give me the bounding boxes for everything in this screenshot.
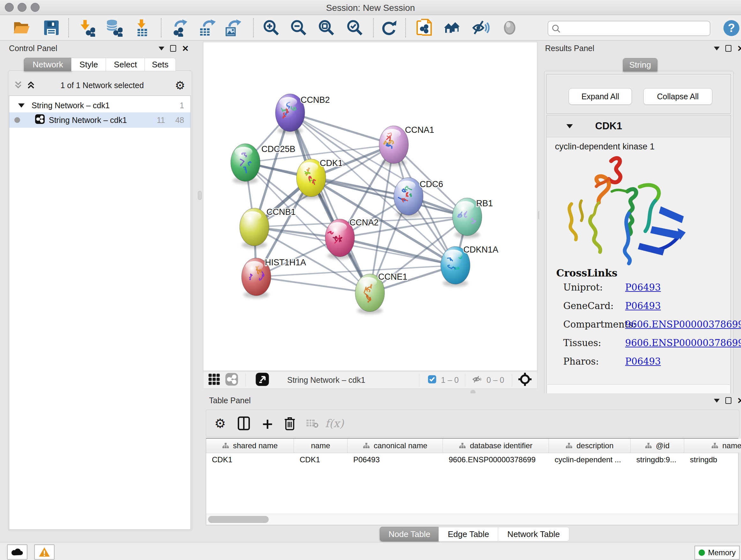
results-panel-title: Results Panel — [545, 44, 594, 53]
column-header-shared-name[interactable]: shared name — [206, 439, 294, 453]
protein-structure-image — [562, 154, 686, 266]
genecard-link[interactable]: P06493 — [625, 300, 741, 311]
table-cell[interactable]: CDK1 — [206, 453, 294, 466]
warnings-button[interactable] — [34, 544, 55, 560]
import-network-icon[interactable] — [77, 19, 95, 37]
protein-card-header[interactable]: CDK1 — [547, 115, 731, 137]
detach-view-icon[interactable] — [255, 372, 269, 388]
export-image-icon[interactable] — [223, 19, 241, 37]
table-cell[interactable]: 9606.ENSP00000378699 — [443, 453, 549, 466]
network-row-selected[interactable]: String Network – cdk1 11 48 — [9, 112, 191, 128]
close-panel-icon[interactable]: ✕ — [737, 397, 741, 404]
crosslink-label: Uniprot: — [563, 282, 625, 293]
table-settings-gear-icon[interactable]: ⚙ — [212, 415, 228, 432]
search-box[interactable] — [548, 21, 711, 36]
uniprot-link[interactable]: P06493 — [625, 282, 741, 293]
table-panel-window-icons: ✕ — [714, 397, 741, 404]
collapse-all-button[interactable]: Collapse All — [643, 88, 712, 105]
column-header--id[interactable]: @id — [630, 439, 684, 453]
zoom-selected-icon[interactable] — [346, 19, 364, 37]
zoom-in-icon[interactable] — [262, 19, 280, 37]
table-cell[interactable]: cyclin-dependent ... — [549, 453, 630, 466]
warning-icon — [39, 547, 50, 557]
table-cell[interactable]: stringdb — [684, 453, 741, 466]
search-input[interactable] — [563, 22, 705, 34]
help-button[interactable]: ? — [724, 20, 739, 36]
crosslinks-title: CrossLinks — [547, 266, 731, 279]
tab-edge-table[interactable]: Edge Table — [439, 527, 498, 542]
protein-caret-icon[interactable] — [566, 124, 573, 128]
refresh-icon[interactable] — [380, 19, 398, 37]
hidden-eye-icon[interactable] — [472, 374, 482, 386]
zoom-out-icon[interactable] — [290, 19, 308, 37]
table-cell[interactable]: stringdb:9... — [630, 453, 684, 466]
center-view-crosshair-icon[interactable] — [518, 372, 532, 388]
delete-column-trash-icon[interactable] — [281, 415, 298, 432]
collapse-all-networks-icon[interactable] — [13, 79, 23, 91]
protein-card: CDK1 cyclin-dependent kinase 1 — [546, 115, 731, 395]
table-cell[interactable]: CDK1 — [294, 453, 347, 466]
results-horizontal-scrollbar[interactable] — [547, 384, 730, 394]
table-cell[interactable]: P06493 — [347, 453, 443, 466]
grid-view-icon[interactable] — [208, 373, 220, 387]
scrollbar-thumb[interactable] — [208, 516, 269, 523]
compartments-link[interactable]: 9606.ENSP00000378699 — [625, 319, 741, 330]
tab-node-table[interactable]: Node Table — [380, 527, 439, 542]
tab-style[interactable]: Style — [71, 58, 106, 71]
show-columns-icon[interactable] — [235, 415, 252, 432]
node-CDC25B[interactable] — [231, 144, 260, 184]
import-network-from-database-icon[interactable] — [105, 19, 123, 37]
collapse-panel-icon[interactable] — [714, 399, 720, 402]
edge-HIST1H1A-CCNE1[interactable] — [256, 277, 370, 293]
expand-all-networks-icon[interactable] — [25, 79, 37, 91]
collapse-panel-icon[interactable] — [158, 47, 164, 51]
control-panel-window-icons: ✕ — [158, 45, 189, 52]
tab-string[interactable]: String — [623, 58, 657, 71]
add-column-icon[interactable]: ＋ — [259, 415, 276, 432]
tab-network-table[interactable]: Network Table — [498, 527, 569, 542]
column-header-namespace[interactable]: namespace — [684, 439, 741, 453]
memory-button[interactable]: Memory — [694, 546, 740, 560]
collapse-panel-icon[interactable] — [714, 47, 720, 51]
close-panel-icon[interactable]: ✕ — [182, 45, 189, 52]
column-header-name[interactable]: name — [294, 439, 347, 453]
column-header-description[interactable]: description — [549, 439, 630, 453]
tab-sets[interactable]: Sets — [145, 58, 176, 71]
selected-checkbox-icon[interactable] — [428, 375, 436, 385]
network-badge-icon[interactable] — [225, 373, 239, 387]
expand-all-button[interactable]: Expand All — [569, 88, 632, 105]
float-panel-icon[interactable] — [170, 45, 176, 52]
show-hide-gray-eye-icon[interactable] — [501, 19, 519, 37]
tree-caret-icon[interactable] — [18, 104, 24, 108]
network-options-gear-icon[interactable]: ⚙ — [175, 79, 185, 92]
import-table-icon[interactable] — [133, 19, 151, 37]
hide-annotations-icon[interactable] — [472, 19, 489, 37]
float-panel-icon[interactable] — [725, 397, 731, 404]
save-session-icon[interactable] — [43, 19, 60, 37]
column-header-canonical-name[interactable]: canonical name — [347, 439, 443, 453]
export-network-icon[interactable] — [172, 19, 190, 37]
float-panel-icon[interactable] — [725, 45, 731, 52]
home-networks-icon[interactable] — [443, 19, 461, 37]
edge-CCNA2-CDKN1A[interactable] — [340, 238, 455, 265]
table-horizontal-scrollbar[interactable] — [206, 514, 738, 525]
pharos-link[interactable]: P06493 — [625, 356, 741, 367]
string-network-graph[interactable]: CCNB2CCNA1CDC25BCDK1CDC6RB1CCNB1CCNA2CDK… — [203, 42, 537, 371]
column-header-database-identifier[interactable]: database identifier — [443, 439, 549, 453]
node-CCNB1[interactable] — [240, 208, 269, 248]
node-CCNA1[interactable] — [379, 126, 408, 166]
cloud-status-button[interactable] — [7, 544, 27, 560]
left-splitter-handle[interactable] — [198, 191, 202, 200]
edge-CCNB2-CCNA1[interactable] — [290, 113, 394, 145]
tab-network[interactable]: Network — [24, 58, 72, 71]
tissues-link[interactable]: 9606.ENSP00000378699 — [625, 337, 741, 348]
network-collection-row[interactable]: String Network – cdk1 1 — [9, 98, 191, 112]
network-from-document-icon[interactable] — [415, 19, 433, 37]
export-table-icon[interactable] — [198, 19, 216, 37]
network-canvas[interactable]: CCNB2CCNA1CDC25BCDK1CDC6RB1CCNB1CCNA2CDK… — [203, 42, 537, 371]
close-panel-icon[interactable]: ✕ — [737, 45, 741, 52]
hidden-count: 0 – 0 — [486, 375, 504, 385]
tab-select[interactable]: Select — [106, 58, 145, 71]
zoom-fit-icon[interactable] — [318, 19, 335, 37]
open-session-icon[interactable] — [12, 19, 30, 37]
